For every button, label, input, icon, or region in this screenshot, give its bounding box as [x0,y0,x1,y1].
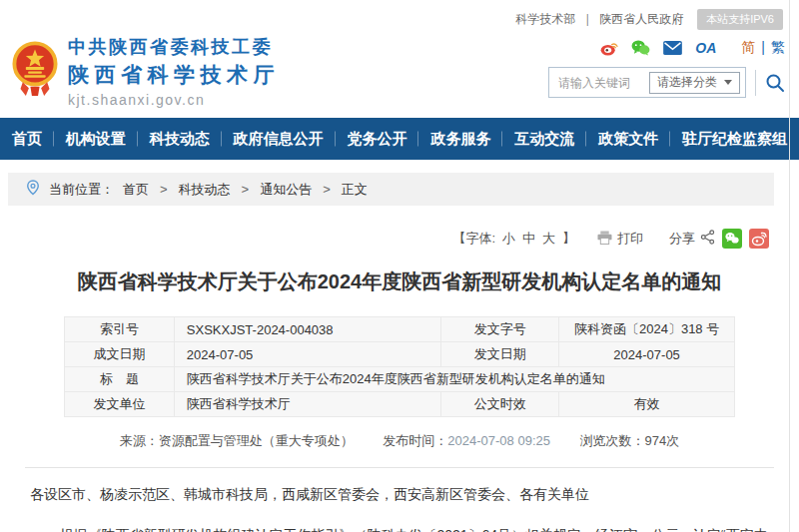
search-input[interactable] [558,76,649,90]
nav-item-interaction[interactable]: 互动交流 [502,118,586,160]
quick-links-row: OA 简 | 繁 [600,39,785,57]
publish-segment: 发布时间：2024-07-08 09:25 [383,433,550,448]
search-category-select[interactable]: 请选择分类 [649,72,740,94]
scrollbar-edge[interactable] [789,0,790,532]
weibo-icon[interactable] [600,41,618,56]
lang-divider: | [761,39,765,57]
topbar: 科学技术部 ｜ 陕西省人民政府 本站支持IPV6 [0,0,799,30]
font-label: 【字体: [452,230,495,248]
nav-item-gov-services[interactable]: 政务服务 [418,118,502,160]
search-area: 请选择分类 [548,67,785,98]
nav-item-policy-documents[interactable]: 政策文件 [586,118,670,160]
link-shaanxi-gov[interactable]: 陕西省人民政府 [599,11,683,28]
publish-time: 2024-07-08 09:25 [447,433,550,448]
nav-item-party-affairs[interactable]: 党务公开 [336,118,419,160]
header-right: OA 简 | 繁 请选择分类 [548,35,785,108]
meta-validity-value: 有效 [559,392,735,417]
site-url: kjt.shaanxi.gov.cn [68,92,280,108]
meta-title-value: 陕西省科学技术厅关于公布2024年度陕西省新型研发机构认定名单的通知 [174,367,734,392]
topbar-links: 科学技术部 ｜ 陕西省人民政府 [515,11,683,28]
meta-doc-no-label: 发文字号 [441,317,559,342]
meta-issue-date-value: 2024-07-05 [559,342,735,367]
org-name-line2: 陕西省科学技术厅 [68,61,280,89]
location-pin-icon [26,180,40,199]
breadcrumb-notices[interactable]: 通知公告 [260,181,312,199]
views-count: 974次 [645,433,680,448]
article-title: 陕西省科学技术厅关于公布2024年度陕西省新型研发机构认定名单的通知 [30,268,769,295]
font-label-close: 】 [562,230,575,248]
breadcrumb-label: 当前位置： [49,181,114,199]
search-box: 请选择分类 [548,67,746,98]
search-divider [755,70,756,96]
nav-item-home[interactable]: 首页 [0,118,54,160]
publish-label: 发布时间： [383,433,447,448]
source-value: 资源配置与管理处（重大专项处） [159,433,354,448]
breadcrumb-home[interactable]: 首页 [123,181,149,199]
meta-unit-label: 发文单位 [65,392,175,417]
meta-title-label: 标 题 [65,367,175,392]
page: 科学技术部 ｜ 陕西省人民政府 本站支持IPV6 [0,0,799,532]
breadcrumb-current: 正文 [342,181,368,199]
main-nav: 首页 机构设置 科技动态 政府信息公开 党务公开 政务服务 互动交流 政策文件 … [0,118,799,160]
share-wechat-button[interactable] [722,229,742,249]
meta-row: 发文单位 陕西省科学技术厅 公文时效 有效 [65,392,735,417]
font-size-small-button[interactable]: 小 [502,230,515,248]
article-toolbar: 【字体: 小 中 大 】 打印 分享 [30,229,769,249]
article-paragraph: 根据《陕西省新型研发机构组建认定工作指引》（陕科办发〔2021〕64号）相关规定… [30,520,769,532]
meta-unit-value: 陕西省科学技术厅 [174,392,441,417]
site-titles: 中共陕西省委科技工委 陕西省科学技术厅 kjt.shaanxi.gov.cn [68,35,280,108]
nav-item-discipline-inspection[interactable]: 驻厅纪检监察组 [670,118,799,160]
font-size-medium-button[interactable]: 中 [522,230,535,248]
meta-row: 索引号 SXSKXJST-2024-004038 发文字号 陕科资函〔2024〕… [65,317,735,342]
share-label[interactable]: 分享 [669,230,695,248]
meta-row: 成文日期 2024-07-05 发文日期 2024-07-05 [65,342,735,367]
print-button[interactable]: 打印 [597,230,643,248]
article-source-line: 来源：资源配置与管理处（重大专项处） 发布时间：2024-07-08 09:25… [30,432,769,450]
meta-made-date-label: 成文日期 [65,342,175,367]
nav-item-organization[interactable]: 机构设置 [54,118,138,160]
link-ministry-of-science[interactable]: 科学技术部 [515,11,575,28]
breadcrumb-separator: > [323,182,331,197]
nav-item-gov-info-disclosure[interactable]: 政府信息公开 [222,118,336,160]
font-size-controls: 【字体: 小 中 大 】 [452,230,575,248]
font-size-large-button[interactable]: 大 [542,230,555,248]
article-paragraph: 各设区市、杨凌示范区、韩城市科技局，西咸新区管委会，西安高新区管委会、各有关单位 [30,479,769,509]
lang-simplified-link[interactable]: 简 [741,39,755,57]
meta-doc-no-value: 陕科资函〔2024〕318 号 [559,317,735,342]
source-label: 来源： [120,433,159,448]
meta-validity-label: 公文时效 [441,392,559,417]
source-segment: 来源：资源配置与管理处（重大专项处） [120,433,354,448]
breadcrumb-sci-tech-news[interactable]: 科技动态 [179,181,231,199]
share-weibo-button[interactable] [749,229,769,249]
search-category-label: 请选择分类 [657,74,717,91]
share-alt-icon[interactable] [700,230,715,248]
national-emblem-icon [12,41,58,103]
language-switch: 简 | 繁 [741,39,785,57]
oa-link[interactable]: OA [695,40,716,56]
lang-traditional-link[interactable]: 繁 [771,39,785,57]
header: 中共陕西省委科技工委 陕西省科学技术厅 kjt.shaanxi.gov.cn [0,30,799,116]
meta-made-date-value: 2024-07-05 [174,342,441,367]
meta-index-label: 索引号 [65,317,175,342]
print-label: 打印 [617,230,643,248]
printer-icon [597,231,612,248]
meta-issue-date-label: 发文日期 [441,342,559,367]
article-body: 各设区市、杨凌示范区、韩城市科技局，西咸新区管委会，西安高新区管委会、各有关单位… [30,479,769,532]
search-button[interactable] [765,73,785,93]
chevron-down-icon [724,80,732,85]
org-name-line1: 中共陕西省委科技工委 [68,35,280,59]
topbar-divider: ｜ [581,11,593,28]
site-logo[interactable]: 中共陕西省委科技工委 陕西省科学技术厅 kjt.shaanxi.gov.cn [12,35,280,108]
mail-icon[interactable] [663,41,682,55]
article-content: 【字体: 小 中 大 】 打印 分享 [0,229,799,532]
ipv6-badge[interactable]: 本站支持IPV6 [697,9,783,30]
breadcrumb: 当前位置： 首页 > 科技动态 > 通知公告 > 正文 [8,173,774,206]
nav-item-sci-tech-news[interactable]: 科技动态 [138,118,222,160]
share-controls: 分享 [669,229,769,249]
breadcrumb-separator: > [242,182,250,197]
wechat-icon[interactable] [631,40,650,56]
meta-index-value: SXSKXJST-2024-004038 [174,317,441,342]
views-label: 浏览次数： [580,433,645,448]
content-divider [25,467,774,468]
meta-row: 标 题 陕西省科学技术厅关于公布2024年度陕西省新型研发机构认定名单的通知 [65,367,735,392]
